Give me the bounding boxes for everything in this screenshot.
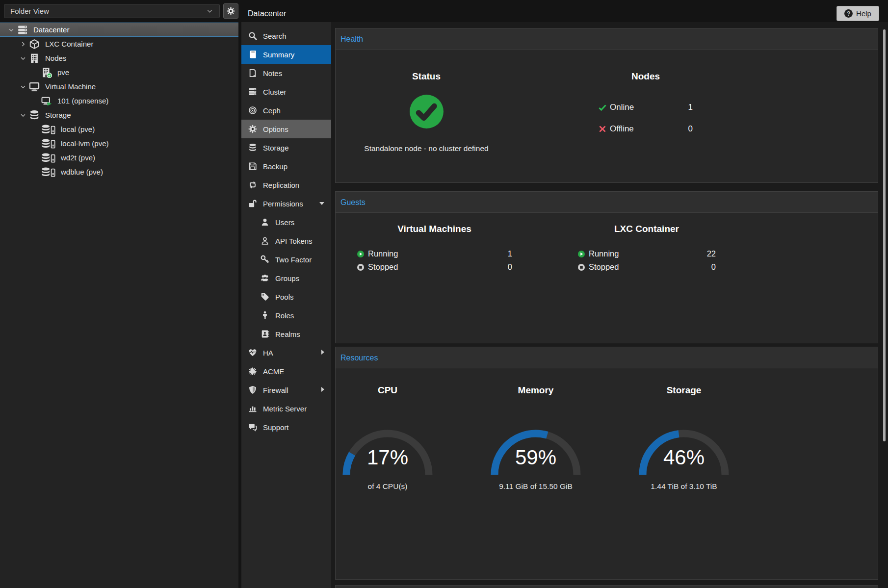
menu-item-realms[interactable]: Realms — [241, 325, 331, 343]
memory-percent: 59% — [488, 445, 584, 470]
database-drive-icon — [41, 124, 55, 135]
key-icon — [261, 255, 269, 264]
nodes-column: Nodes Online 1 Offline 0 — [599, 50, 693, 144]
menu-item-users[interactable]: Users — [241, 213, 331, 231]
menu-item-permissions[interactable]: Permissions — [241, 194, 331, 213]
user-outline-icon — [261, 236, 269, 245]
search-icon — [248, 31, 257, 40]
menu-item-backup[interactable]: Backup — [241, 157, 331, 176]
gear-icon — [248, 125, 257, 133]
users-icon — [261, 274, 269, 282]
row-value: 22 — [707, 249, 716, 258]
tree-item-label: Virtual Machine — [45, 82, 96, 91]
lxc-header: LXC Container — [577, 224, 716, 234]
storage-sublabel: 1.44 TiB of 3.10 TiB — [635, 482, 733, 491]
bar-chart-icon — [248, 404, 257, 413]
menu-item-metric-server[interactable]: Metric Server — [241, 399, 331, 418]
play-circle-icon — [357, 250, 365, 258]
summary-content: Health Status Standalone node - no clust… — [331, 22, 888, 588]
menu-item-firewall[interactable]: Firewall — [241, 381, 331, 399]
tree-item-label: wd2t (pve) — [61, 153, 95, 162]
menu-item-ha[interactable]: HA — [241, 343, 331, 362]
user-icon — [261, 218, 269, 227]
cluster-status-message: Standalone node - no cluster defined — [345, 144, 507, 153]
menu-item-pools[interactable]: Pools — [241, 287, 331, 306]
caret-down-icon[interactable] — [20, 83, 26, 90]
tree-item-label: local-lvm (pve) — [61, 139, 109, 148]
ceph-icon — [248, 106, 257, 115]
tree-item-nodes[interactable]: Nodes — [0, 51, 238, 65]
menu-item-support[interactable]: Support — [241, 418, 331, 436]
vertical-scrollbar[interactable] — [883, 29, 886, 441]
menu-item-search[interactable]: Search — [241, 26, 331, 45]
resources-panel-title: Resources — [336, 347, 878, 368]
burst-icon — [248, 367, 257, 376]
nodes-online-row: Online 1 — [599, 101, 693, 114]
caret-right-icon[interactable] — [20, 41, 26, 48]
menu-item-options[interactable]: Options — [241, 120, 331, 138]
menu-item-notes[interactable]: Notes — [241, 64, 331, 82]
tree-item-label: LXC Container — [45, 40, 93, 48]
menu-item-label: Realms — [275, 330, 300, 338]
menu-item-label: Users — [275, 218, 294, 227]
row-label: Stopped — [589, 262, 619, 272]
database-icon — [29, 110, 40, 121]
help-button[interactable]: ? Help — [836, 6, 879, 21]
menu-item-roles[interactable]: Roles — [241, 306, 331, 325]
caret-down-icon[interactable] — [20, 112, 26, 119]
row-value: 0 — [508, 262, 512, 272]
menu-item-two-factor[interactable]: Two Factor — [241, 250, 331, 269]
menu-item-ceph[interactable]: Ceph — [241, 101, 331, 120]
datacenter-menu: Search Summary Notes Cluster Ceph Option… — [241, 22, 331, 588]
collapse-triangle-icon[interactable] — [319, 202, 324, 205]
menu-item-groups[interactable]: Groups — [241, 269, 331, 287]
row-label: Running — [368, 249, 398, 258]
tree-item-label: 101 (opnsense) — [57, 97, 108, 105]
menu-item-summary[interactable]: Summary — [241, 45, 331, 64]
tree-item-storage-wd2t[interactable]: wd2t (pve) — [0, 151, 238, 165]
menu-item-replication[interactable]: Replication — [241, 176, 331, 194]
tree-item-lxc-container[interactable]: LXC Container — [0, 37, 238, 51]
storage-percent: 46% — [636, 445, 732, 470]
tree-item-virtual-machine[interactable]: Virtual Machine — [0, 79, 238, 94]
storage-gauge: Storage 46% 1.44 TiB of 3.10 TiB — [635, 368, 733, 491]
tree-item-storage[interactable]: Storage — [0, 108, 238, 122]
vm-running-row: Running 1 — [357, 247, 512, 260]
menu-item-api-tokens[interactable]: API Tokens — [241, 231, 331, 250]
tree-item-datacenter[interactable]: Datacenter — [0, 23, 238, 37]
caret-down-icon[interactable] — [8, 26, 15, 33]
tag-icon — [261, 292, 269, 301]
expand-triangle-icon[interactable] — [321, 387, 324, 392]
tree-item-storage-wdblue[interactable]: wdblue (pve) — [0, 165, 238, 179]
server-stack-icon — [17, 25, 28, 35]
tree-item-label: Nodes — [45, 54, 66, 62]
health-panel: Health Status Standalone node - no clust… — [335, 28, 878, 183]
book-icon — [248, 50, 257, 59]
cpu-gauge: CPU 17% of 4 CPU(s) — [339, 368, 437, 491]
database-icon — [248, 143, 257, 152]
menu-item-label: Ceph — [263, 106, 281, 115]
row-value: 0 — [688, 124, 693, 134]
memory-sublabel: 9.11 GiB of 15.50 GiB — [487, 482, 585, 491]
health-panel-title: Health — [336, 28, 878, 50]
folder-view-dropdown[interactable]: Folder View — [4, 4, 220, 18]
caret-down-icon[interactable] — [20, 55, 26, 62]
tree-item-storage-local[interactable]: local (pve) — [0, 122, 238, 136]
heartbeat-icon — [248, 348, 257, 357]
shield-icon — [248, 385, 257, 394]
menu-item-acme[interactable]: ACME — [241, 362, 331, 381]
tree-settings-gear-button[interactable] — [223, 3, 238, 19]
menu-item-storage[interactable]: Storage — [241, 138, 331, 157]
database-drive-icon — [41, 153, 55, 163]
lxc-stopped-row: Stopped 0 — [577, 260, 716, 274]
expand-triangle-icon[interactable] — [321, 350, 324, 355]
row-value: 1 — [508, 249, 512, 258]
storage-header: Storage — [635, 385, 733, 396]
nodes-header: Nodes — [599, 71, 693, 82]
tree-item-vm-101[interactable]: 101 (opnsense) — [0, 94, 238, 108]
tree-item-pve[interactable]: pve — [0, 65, 238, 79]
menu-item-label: Permissions — [263, 200, 303, 208]
tree-item-storage-local-lvm[interactable]: local-lvm (pve) — [0, 136, 238, 151]
menu-item-cluster[interactable]: Cluster — [241, 82, 331, 101]
panel-title: Datacenter — [248, 5, 286, 22]
